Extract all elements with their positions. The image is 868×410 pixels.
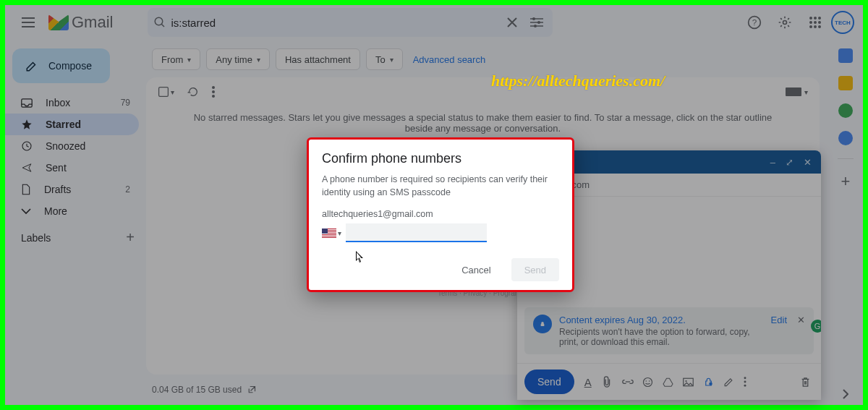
chevron-down-icon: ▾	[338, 229, 341, 237]
dialog-body: A phone number is required so recipients…	[322, 174, 559, 199]
watermark-text: https://alltechqueries.com/	[491, 72, 665, 90]
dialog-title: Confirm phone numbers	[322, 151, 559, 166]
country-code-selector[interactable]: ▾	[322, 229, 341, 238]
dialog-cancel-button[interactable]: Cancel	[448, 258, 503, 281]
dialog-recipient-email: alltechqueries1@gmail.com	[322, 209, 559, 219]
phone-number-input[interactable]	[346, 223, 487, 242]
confirm-phone-dialog: Confirm phone numbers A phone number is …	[307, 137, 574, 292]
dialog-send-button[interactable]: Send	[511, 258, 559, 281]
mouse-cursor-icon	[356, 251, 365, 264]
flag-us-icon	[322, 229, 336, 238]
